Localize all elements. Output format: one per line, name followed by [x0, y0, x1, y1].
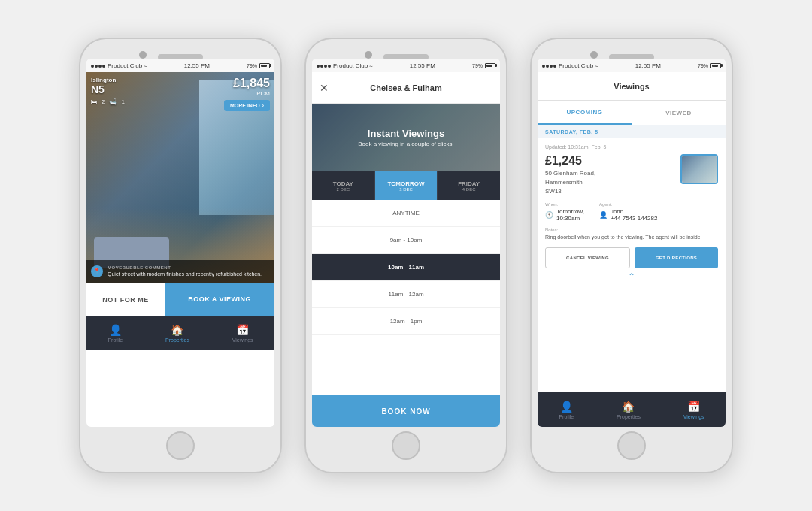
instant-viewing-banner: Instant Viewings Book a viewing in a cou…: [312, 104, 500, 171]
clock-icon: 🕙: [545, 211, 553, 219]
get-directions-button[interactable]: GET DIRECTIONS: [635, 247, 718, 268]
bed-icon: 🛏: [91, 98, 97, 105]
battery-icon: [259, 63, 270, 68]
tab-properties-label-3: Properties: [617, 414, 641, 419]
viewing-info: £1,245 50 Glenham Road, Hammersmith SW13: [545, 154, 595, 196]
property-price-overlay: £1,845 PCM MORE INFO ›: [224, 77, 270, 111]
status-left-2: Product Club ≈: [317, 62, 373, 69]
agent-info: John +44 7543 144282: [611, 208, 658, 222]
tab-profile-1[interactable]: 👤 Profile: [108, 324, 123, 343]
instant-viewing-text: Instant Viewings Book a viewing in a cou…: [358, 128, 454, 147]
time-slot-11am[interactable]: 11am - 12am: [312, 281, 500, 308]
book-now-button[interactable]: BOOK NOW: [312, 395, 500, 427]
viewing-address: 50 Glenham Road, Hammersmith SW13: [545, 169, 595, 196]
wifi-icon-3: ≈: [595, 62, 598, 69]
today-date: 2 DEC: [337, 187, 350, 192]
close-button[interactable]: ✕: [320, 82, 329, 94]
battery-fill-3: [712, 65, 718, 67]
tab-viewings-label: Viewings: [232, 337, 253, 343]
chevron-up-icon[interactable]: ⌃: [545, 268, 718, 285]
battery-fill: [261, 65, 267, 67]
status-bar-2: Product Club ≈ 12:55 PM 79%: [312, 59, 500, 72]
battery-pct: 79%: [247, 63, 257, 68]
battery-icon-2: [485, 63, 495, 68]
viewing-details: When: 🕙 Tomorrow, 10:30am Agent: 👤: [545, 202, 718, 222]
property-postcode: N5: [91, 83, 125, 95]
status-right-3: 79%: [698, 63, 721, 68]
carrier-label-3: Product Club: [559, 62, 593, 69]
property-pcm: PCM: [224, 90, 270, 97]
tomorrow-date: 3 DEC: [399, 187, 413, 192]
date-tab-today[interactable]: TODAY 2 DEC: [312, 171, 375, 200]
status-left-3: Product Club ≈: [542, 62, 598, 69]
bath-icon: 🛁: [109, 98, 117, 105]
cancel-viewing-button[interactable]: CANCEL VIEWING: [545, 247, 630, 268]
viewing-photo: [680, 154, 718, 184]
property-price: £1,845: [224, 77, 270, 90]
time-slot-9am[interactable]: 9am - 10am: [312, 227, 500, 254]
phone-3: Product Club ≈ 12:55 PM 79% Viewings UPC…: [530, 38, 733, 473]
tab-profile-3[interactable]: 👤 Profile: [559, 401, 574, 419]
tab-profile-label: Profile: [108, 337, 123, 343]
tab-properties-3[interactable]: 🏠 Properties: [617, 401, 641, 419]
time-label: 12:55 PM: [184, 62, 210, 69]
date-tabs: TODAY 2 DEC TOMORROW 3 DEC FRIDAY 4 DEC: [312, 171, 500, 200]
viewing-date-header: SATURDAY, FEB. 5: [538, 125, 726, 138]
more-info-button[interactable]: MORE INFO ›: [224, 100, 270, 111]
notes-text: Ring doorbell when you get to the viewin…: [545, 234, 718, 241]
tab-properties-label: Properties: [165, 337, 189, 343]
property-info-overlay: Islington N5 🛏 2 🛁 1: [91, 77, 125, 105]
date-tab-tomorrow[interactable]: TOMORROW 3 DEC: [375, 171, 438, 200]
phone3-header: Viewings: [538, 72, 726, 101]
friday-date: 4 DEC: [462, 187, 476, 192]
home-button-2[interactable]: [392, 431, 420, 460]
status-right: 79%: [247, 63, 270, 68]
properties-icon: 🏠: [171, 324, 183, 336]
carrier-label: Product Club: [108, 62, 142, 69]
time-slot-12am[interactable]: 12am - 1pm: [312, 308, 500, 335]
movebubble-icon: 📍: [91, 265, 103, 277]
home-button-3[interactable]: [617, 431, 646, 460]
tab-profile-label-3: Profile: [559, 414, 574, 419]
viewing-photo-inner: [682, 156, 717, 183]
movebubble-text: Quiet street with modern finishes and re…: [108, 271, 268, 278]
property-image: Islington N5 🛏 2 🛁 1 £1,845 PCM MORE INF…: [86, 72, 274, 283]
home-button-1[interactable]: [166, 431, 195, 460]
phone-2-screen: Product Club ≈ 12:55 PM 79% ✕ Chelsea & …: [312, 59, 500, 427]
tab-properties-1[interactable]: 🏠 Properties: [165, 324, 189, 343]
notes-label: Notes:: [545, 228, 718, 232]
property-location: Islington: [91, 77, 125, 83]
bath-count: 1: [121, 98, 124, 105]
viewing-price: £1,245: [545, 154, 595, 168]
when-label: When:: [545, 202, 584, 207]
time-slot-10am[interactable]: 10am - 11am: [312, 254, 500, 281]
phone-3-screen: Product Club ≈ 12:55 PM 79% Viewings UPC…: [538, 59, 726, 427]
tab-upcoming[interactable]: UPCOMING: [538, 101, 632, 125]
profile-icon-3: 👤: [560, 401, 573, 413]
signal-dots: [91, 62, 106, 69]
time-slot-anytime[interactable]: ANYTIME: [312, 200, 500, 227]
signal-dots-2: [317, 62, 332, 69]
tab-viewings-3[interactable]: 📅 Viewings: [683, 401, 704, 419]
signal-dots-3: [542, 62, 557, 69]
not-for-me-button[interactable]: NOT FOR ME: [86, 283, 165, 316]
phone-2: Product Club ≈ 12:55 PM 79% ✕ Chelsea & …: [304, 38, 508, 473]
movebubble-label: MOVEBUBBLE COMMENT: [108, 265, 268, 271]
tab-viewed[interactable]: VIEWED: [632, 101, 726, 125]
wifi-icon-2: ≈: [369, 62, 372, 69]
phone-camera: [139, 51, 147, 59]
time-label-3: 12:55 PM: [635, 62, 661, 69]
properties-icon-3: 🏠: [622, 401, 635, 413]
phone-1-screen: Product Club ≈ 12:55 PM 79% Islington N5: [86, 59, 274, 427]
viewing-actions: CANCEL VIEWING GET DIRECTIONS: [545, 247, 718, 268]
friday-label: FRIDAY: [458, 180, 480, 187]
agent-column: Agent: 👤 John +44 7543 144282: [599, 202, 658, 222]
status-left: Product Club ≈: [91, 62, 147, 69]
tab-viewings-1[interactable]: 📅 Viewings: [232, 324, 253, 343]
phone-camera-2: [365, 51, 372, 59]
instant-viewing-sub: Book a viewing in a couple of clicks.: [358, 141, 454, 147]
book-viewing-button[interactable]: BOOK A VIEWING: [165, 283, 274, 316]
today-label: TODAY: [333, 180, 353, 187]
movebubble-comment: 📍 MOVEBUBBLE COMMENT Quiet street with m…: [86, 260, 274, 283]
date-tab-friday[interactable]: FRIDAY 4 DEC: [438, 171, 500, 200]
